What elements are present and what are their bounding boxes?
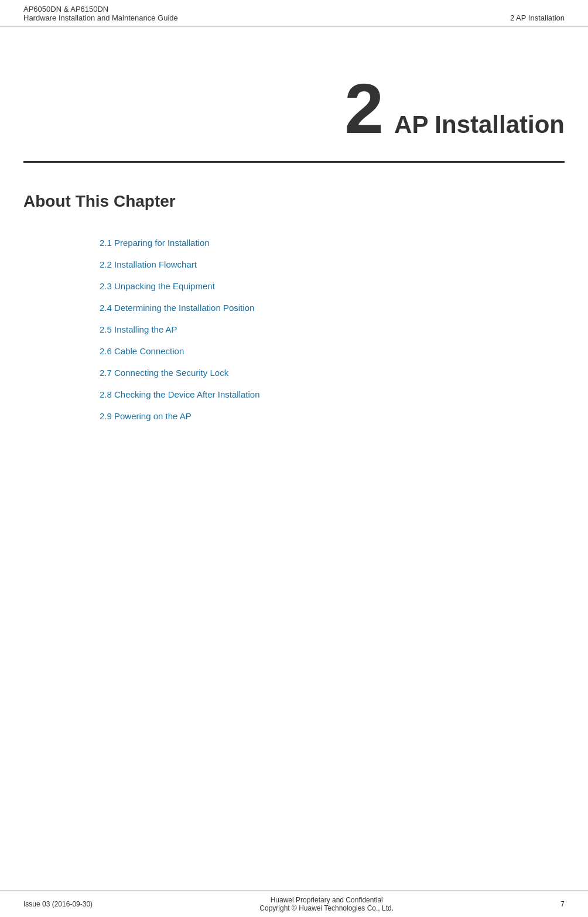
toc-item-9[interactable]: 2.9 Powering on the AP [100, 408, 565, 425]
page-header: AP6050DN & AP6150DN Hardware Installatio… [0, 0, 588, 26]
about-chapter-heading: About This Chapter [23, 192, 565, 211]
footer-copyright: Huawei Proprietary and Confidential Copy… [93, 896, 560, 912]
footer-issue: Issue 03 (2016-09-30) [23, 900, 93, 908]
toc-item-6[interactable]: 2.6 Cable Connection [100, 343, 565, 360]
chapter-heading: 2 AP Installation [23, 26, 565, 163]
toc-list: 2.1 Preparing for Installation 2.2 Insta… [100, 234, 565, 425]
toc-item-5[interactable]: 2.5 Installing the AP [100, 321, 565, 338]
page-footer: Issue 03 (2016-09-30) Huawei Proprietary… [0, 891, 588, 917]
toc-item-1[interactable]: 2.1 Preparing for Installation [100, 234, 565, 251]
chapter-title: AP Installation [394, 111, 565, 143]
footer-copyright-line1: Huawei Proprietary and Confidential [93, 896, 560, 904]
header-left: AP6050DN & AP6150DN Hardware Installatio… [23, 5, 178, 22]
main-content: 2 AP Installation About This Chapter 2.1… [0, 26, 588, 425]
header-doc-title: Hardware Installation and Maintenance Gu… [23, 13, 178, 22]
footer-page-number: 7 [560, 900, 565, 908]
toc-item-8[interactable]: 2.8 Checking the Device After Installati… [100, 386, 565, 403]
toc-item-4[interactable]: 2.4 Determining the Installation Positio… [100, 299, 565, 316]
toc-item-3[interactable]: 2.3 Unpacking the Equipment [100, 278, 565, 295]
header-product-name: AP6050DN & AP6150DN [23, 5, 178, 13]
toc-item-2[interactable]: 2.2 Installation Flowchart [100, 256, 565, 273]
chapter-number: 2 [344, 73, 384, 143]
footer-copyright-line2: Copyright © Huawei Technologies Co., Ltd… [93, 904, 560, 912]
toc-item-7[interactable]: 2.7 Connecting the Security Lock [100, 364, 565, 381]
header-chapter-ref: 2 AP Installation [510, 13, 565, 22]
